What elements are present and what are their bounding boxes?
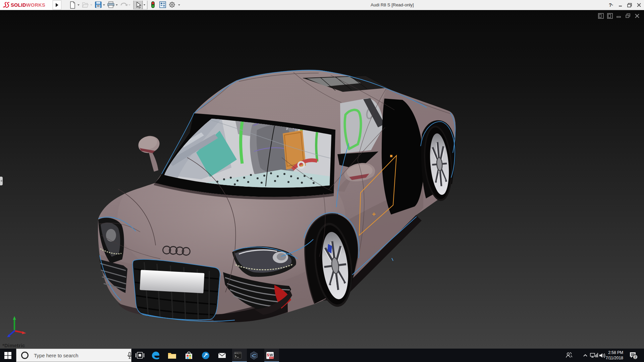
svg-text:SOLIDWORKS: SOLIDWORKS — [11, 2, 45, 8]
svg-text:?: ? — [609, 2, 612, 8]
svg-text:2017: 2017 — [270, 357, 274, 359]
svg-text:C:\_: C:\_ — [235, 353, 239, 355]
svg-text:W: W — [270, 353, 273, 357]
svg-text:2: 2 — [635, 355, 637, 359]
svg-text:S: S — [267, 353, 269, 357]
